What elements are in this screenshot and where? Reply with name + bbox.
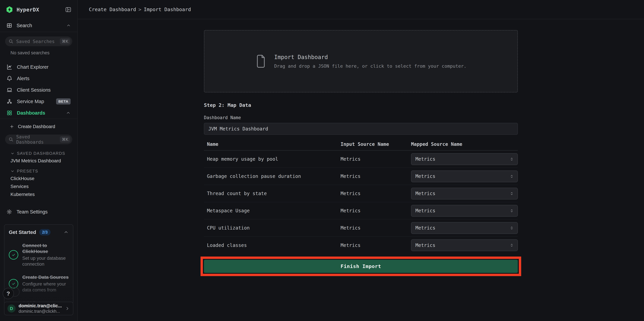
dashboards-grid-icon [6, 110, 12, 116]
saved-searches-placeholder: Saved Searches [16, 39, 57, 44]
mapped-source-select[interactable]: Metrics [411, 239, 518, 251]
chevron-updown-icon [509, 174, 514, 179]
sidebar-item-chart-explorer[interactable]: Chart Explorer [0, 61, 77, 73]
sidebar-preset-clickhouse[interactable]: ClickHouse [0, 175, 77, 182]
app-title: HyperDX [16, 6, 62, 13]
panel-collapse-icon [65, 6, 72, 13]
step-heading: Step 2: Map Data [204, 102, 518, 108]
create-dashboard-label: Create Dashboard [18, 124, 55, 129]
mapped-source-select[interactable]: Metrics [411, 153, 518, 165]
chevron-down-icon [10, 151, 14, 155]
input-source-value: Metrics [340, 174, 411, 179]
sidebar-preset-services[interactable]: Services [0, 182, 77, 190]
json-file-dropzone[interactable]: Import Dashboard Drag and drop a JSON fi… [204, 30, 518, 92]
saved-dashboards-section-toggle[interactable]: SAVED DASHBOARDS [0, 150, 77, 157]
chart-name: Garbage collection pause duration [204, 174, 340, 179]
task-connect-to-clickhouse[interactable]: Connect to ClickHouse Set up your databa… [9, 243, 68, 267]
saved-searches-input[interactable]: Saved Searches ⌘K [5, 36, 72, 46]
user-menu[interactable]: D dominic.tran@clic... dominic.tran@clic… [4, 302, 73, 315]
chart-name: CPU utilization [204, 225, 340, 231]
col-header-mapped-source: Mapped Source Name [411, 141, 518, 147]
sidebar: HyperDX Search [0, 0, 78, 321]
logo-row: HyperDX [0, 0, 77, 19]
shortcut-badge: ⌘K [60, 136, 70, 143]
search-section-label: Search [16, 23, 62, 28]
sidebar-dashboard-jvm-metrics[interactable]: JVM Metrics Dashboard [0, 157, 77, 165]
task-title: Connect to ClickHouse [22, 243, 68, 254]
click-highlight-annotation: Finish Import [200, 257, 521, 276]
table-row: Heap memory usage by pool Metrics Metric… [204, 151, 518, 168]
chevron-right-icon [65, 306, 70, 311]
mapped-source-select[interactable]: Metrics [411, 205, 518, 217]
sidebar-nav: Chart Explorer Alerts Client Sessions [0, 61, 77, 119]
preset-link-label: Services [10, 184, 28, 189]
help-button[interactable]: ? [3, 288, 14, 299]
no-saved-searches-text: No saved searches [10, 50, 77, 55]
nav-label: Service Map [17, 99, 44, 104]
breadcrumb: Create Dashboard>Import Dashboard [89, 6, 191, 12]
task-title: Create Data Sources [22, 274, 68, 280]
breadcrumb-separator: > [136, 6, 144, 12]
saved-dashboards-input[interactable]: Saved Dashboards ⌘K [5, 134, 72, 144]
dropzone-title: Import Dashboard [274, 54, 466, 60]
selected-value: Metrics [416, 208, 509, 214]
chart-name: Metaspace Usage [204, 208, 340, 214]
plus-icon [10, 124, 14, 129]
mapped-source-select[interactable]: Metrics [411, 188, 518, 200]
breadcrumb-create-dashboard[interactable]: Create Dashboard [89, 6, 136, 12]
sidebar-section-search[interactable]: Search [0, 19, 77, 32]
sidebar-preset-kubernetes[interactable]: Kubernetes [0, 190, 77, 198]
chevron-updown-icon [509, 243, 514, 248]
chart-name: Heap memory usage by pool [204, 156, 340, 162]
get-started-header[interactable]: Get Started 2/3 [9, 229, 68, 235]
collapse-sidebar-button[interactable] [65, 6, 72, 13]
search-icon [8, 137, 14, 142]
get-started-title: Get Started [9, 229, 36, 235]
input-source-value: Metrics [340, 156, 411, 162]
dashboard-name-value: JVM Metrics Dashboard [208, 126, 268, 132]
team-settings-label: Team Settings [16, 209, 48, 215]
file-icon [255, 54, 266, 68]
chevron-updown-icon [509, 191, 514, 196]
topbar: Create Dashboard>Import Dashboard [78, 0, 644, 19]
table-row: Loaded classes Metrics Metrics [204, 237, 518, 254]
nav-label: Client Sessions [17, 87, 70, 93]
finish-import-button[interactable]: Finish Import [204, 260, 518, 273]
sidebar-item-dashboards[interactable]: Dashboards [0, 107, 77, 119]
laptop-icon [6, 87, 12, 93]
chevron-updown-icon [509, 226, 514, 230]
mapped-source-select[interactable]: Metrics [411, 222, 518, 234]
input-source-value: Metrics [340, 191, 411, 196]
sidebar-item-alerts[interactable]: Alerts [0, 73, 77, 84]
chart-name: Thread count by state [204, 191, 340, 196]
user-name: dominic.tran@clic... [18, 303, 62, 309]
section-label: SAVED DASHBOARDS [17, 151, 65, 156]
chevron-up-icon [64, 230, 68, 235]
dashboard-link-label: JVM Metrics Dashboard [10, 158, 61, 164]
divider [0, 32, 77, 32]
presets-section-toggle[interactable]: PRESETS [0, 168, 77, 175]
help-label: ? [6, 290, 10, 297]
create-dashboard-button[interactable]: Create Dashboard [0, 121, 77, 132]
check-circle-icon [9, 250, 18, 260]
sidebar-item-client-sessions[interactable]: Client Sessions [0, 84, 77, 96]
service-map-icon [6, 98, 12, 104]
avatar: D [8, 305, 16, 313]
table-row: CPU utilization Metrics Metrics [204, 219, 518, 237]
main-area: Create Dashboard>Import Dashboard Import… [78, 0, 644, 321]
col-header-name: Name [204, 141, 340, 147]
progress-badge: 2/3 [39, 229, 50, 235]
task-desc: Configure where your data comes from [22, 281, 68, 293]
dashboard-name-input[interactable]: JVM Metrics Dashboard [204, 123, 518, 135]
dashboard-name-label: Dashboard Name [204, 115, 518, 120]
table-grid-icon [6, 23, 12, 28]
sidebar-item-service-map[interactable]: Service Map BETA [0, 96, 77, 107]
nav-label: Chart Explorer [17, 64, 70, 70]
selected-value: Metrics [416, 156, 509, 162]
sidebar-item-team-settings[interactable]: Team Settings [0, 206, 77, 217]
input-source-value: Metrics [340, 208, 411, 214]
mapped-source-select[interactable]: Metrics [411, 170, 518, 182]
preset-link-label: Kubernetes [10, 192, 35, 197]
nav-label: Dashboards [17, 110, 62, 116]
app-root: HyperDX Search [0, 0, 644, 321]
